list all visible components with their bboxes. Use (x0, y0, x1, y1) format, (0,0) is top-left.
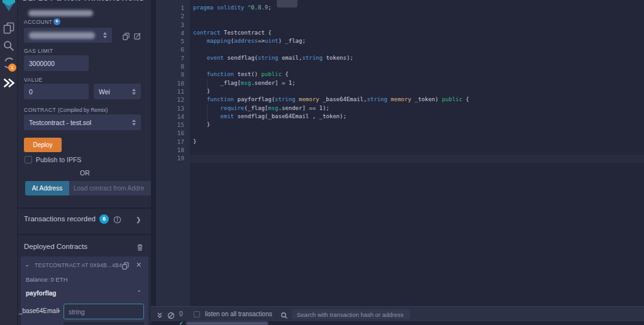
transactions-count-badge: 6 (99, 214, 109, 224)
deployed-contracts-title: Deployed Contracts (24, 243, 87, 250)
tx-log-redacted (186, 322, 268, 325)
code-line-17: } (193, 138, 469, 146)
code-line-13: require(_flag[msg.sender] == 1); (193, 104, 469, 113)
code-line-10: _flag[msg.sender] = 1; (193, 79, 469, 87)
terminal-search-icon (280, 311, 288, 318)
balance-label: Balance: 0 ETH (26, 276, 68, 283)
collapse-contract-icon[interactable]: ⌄ (25, 261, 30, 268)
code-line-12: function payforflag(string memory _base6… (193, 96, 469, 104)
code-line-6 (193, 45, 469, 53)
divider (18, 234, 151, 235)
transactions-recorded-label: Transactions recorded (24, 215, 96, 223)
code-line-5: mapping(address=>uint) _flag; (193, 37, 469, 45)
account-label: ACCOUNT (24, 19, 53, 25)
editor-fold-widget[interactable] (277, 0, 297, 8)
copy-address-icon[interactable] (121, 261, 130, 269)
at-address-input[interactable] (69, 181, 161, 196)
contract-select-stepper (132, 119, 136, 126)
code-line-15: } (193, 121, 469, 129)
contract-instance-label: TESTCONTRACT AT 0X94B...4B4 (35, 262, 122, 268)
code-line-7: event sendflag(string email,string token… (193, 54, 469, 62)
file-explorer-icon[interactable] (3, 21, 15, 34)
line-numbers: 12345678910111213141516171819 (151, 4, 190, 163)
contract-select[interactable]: Testcontract - test.sol (24, 114, 141, 130)
code-line-4: contract Testcontract { (193, 29, 469, 37)
code-line-2 (193, 12, 469, 20)
edit-account-icon[interactable] (133, 31, 142, 40)
at-address-button[interactable]: At Address (25, 181, 69, 196)
param-string-input[interactable] (64, 304, 144, 319)
publish-ipfs-checkbox[interactable] (25, 156, 32, 163)
deploy-and-run-icon[interactable] (3, 77, 15, 89)
clear-console-icon[interactable] (167, 311, 175, 318)
value-unit-label: Wei (99, 88, 110, 96)
deploy-run-panel: DEPLOY & RUN TRANSACTIONS ACCOUNT + GAS … (18, 0, 151, 325)
copy-account-icon[interactable] (122, 31, 130, 40)
add-account-icon[interactable]: + (53, 18, 60, 25)
remix-ide-window: 1 DEPLOY & RUN TRANSACTIONS ACCOUNT + GA… (0, 0, 644, 325)
code-line-9: function test() public { (193, 70, 469, 79)
trash-icon[interactable] (136, 243, 144, 251)
code-line-8 (193, 62, 469, 70)
code-line-16 (193, 129, 469, 137)
terminal-log-partial: ✔ (151, 321, 644, 325)
listen-transactions-checkbox[interactable] (194, 311, 200, 317)
close-contract-icon[interactable]: ✕ (136, 261, 142, 269)
terminal-toolbar: 0 listen on all transactions (151, 306, 644, 321)
code-line-3 (193, 21, 469, 29)
contract-selected-label: Testcontract - test.sol (29, 119, 91, 126)
gas-limit-field (24, 55, 89, 71)
account-select-stepper (103, 32, 107, 38)
tx-success-check-icon: ✔ (179, 321, 184, 325)
gas-limit-label: GAS LIMIT (24, 48, 53, 54)
param-name-label: _base64Email (19, 307, 58, 314)
value-unit-select[interactable]: Wei (94, 84, 141, 99)
value-input[interactable] (24, 84, 89, 99)
code-line-11: } (193, 87, 469, 96)
code-line-14: emit sendflag(_base64Email , _token); (193, 113, 469, 121)
panel-title: DEPLOY & RUN TRANSACTIONS (23, 0, 148, 2)
gas-limit-input[interactable] (24, 55, 89, 71)
info-icon[interactable] (113, 215, 121, 223)
listen-transactions-label: listen on all transactions (205, 311, 272, 317)
code-line-18 (193, 146, 469, 154)
search-icon[interactable] (3, 40, 15, 52)
code-editor[interactable]: 12345678910111213141516171819 pragma sol… (151, 0, 644, 306)
pending-tx-count: 0 (179, 311, 183, 317)
contract-note: (Compiled by Remix) (58, 107, 108, 113)
value-label: VALUE (24, 77, 43, 83)
or-label: OR (80, 169, 90, 177)
next-param-row-partial (64, 322, 144, 325)
remix-logo-icon[interactable] (1, 0, 17, 14)
function-name-label: payforflag (26, 290, 56, 297)
account-value-redacted (29, 32, 95, 39)
divider (18, 207, 151, 209)
deployed-contract-card: ⌄ TESTCONTRACT AT 0X94B...4B4 ✕ Balance:… (21, 256, 148, 325)
expand-transactions-icon[interactable]: ❯ (136, 216, 141, 223)
deploy-button[interactable]: Deploy (24, 138, 62, 152)
compiler-badge: 1 (8, 63, 16, 72)
code-line-19 (193, 154, 469, 162)
activity-bar: 1 (0, 0, 18, 325)
terminal-search-input[interactable] (292, 309, 410, 319)
value-field (24, 84, 89, 99)
environment-select-redacted[interactable] (28, 10, 93, 16)
code-content[interactable]: pragma solidity ^0.8.9;contract Testcont… (193, 4, 469, 163)
contract-label: CONTRACT (Compiled by Remix) (24, 107, 108, 113)
param-caret-icon: ▾ (58, 309, 60, 314)
unit-select-stepper (132, 89, 136, 95)
account-select[interactable] (24, 28, 112, 43)
publish-ipfs-label: Publish to IPFS (36, 156, 81, 163)
code-line-1: pragma solidity ^0.8.9; (193, 4, 469, 12)
collapse-function-icon[interactable]: ⌃ (136, 289, 142, 296)
expand-terminal-icon[interactable] (156, 311, 164, 318)
